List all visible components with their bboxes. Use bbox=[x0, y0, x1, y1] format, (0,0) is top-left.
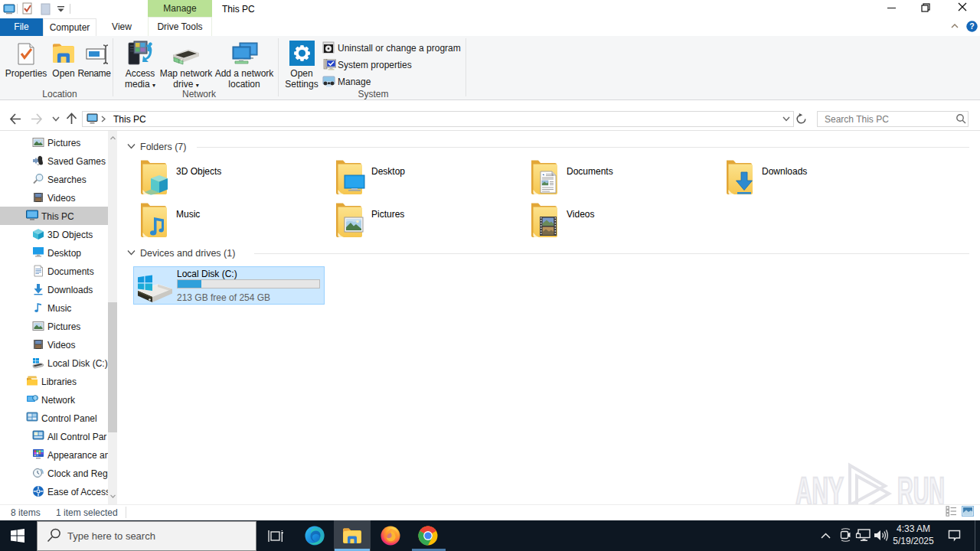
svg-text:?: ? bbox=[969, 21, 974, 31]
